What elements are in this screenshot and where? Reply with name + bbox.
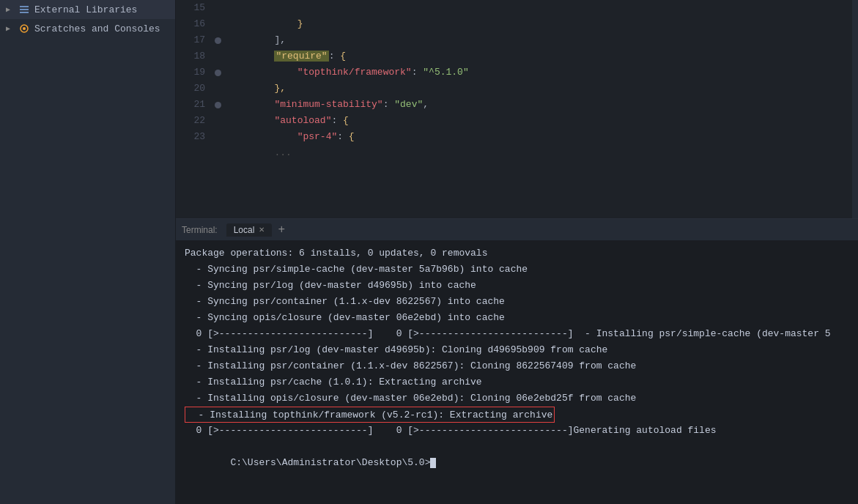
sidebar-item-external-libraries[interactable]: ▶ External Libraries [0,0,175,19]
terminal-area: Terminal: Local ✕ + Package operations: … [176,218,858,504]
line-num-20: 20 [176,81,205,97]
add-terminal-button[interactable]: + [275,223,288,237]
terminal-line-12: 0 [>--------------------------] 0 [>----… [185,423,849,439]
terminal-line-4: - Syncing psr/container (1.1.x-dev 86225… [185,294,849,310]
line-numbers: 15 16 17 18 19 20 21 22 23 [176,0,211,218]
terminal-line-10: - Installing opis/closure (dev-master 06… [185,390,849,407]
terminal-highlighted-line-wrap: - Installing topthink/framework (v5.2-rc… [185,407,849,423]
terminal-line-9: - Installing psr/cache (1.0.1): Extracti… [185,374,849,390]
terminal-output[interactable]: Package operations: 6 installs, 0 update… [176,241,858,504]
terminal-highlighted-line: - Installing topthink/framework (v5.2-rc… [185,407,555,423]
code-line-17: "require": { [229,32,852,48]
terminal-line-7: - Installing psr/log (dev-master d49695b… [185,342,849,358]
terminal-line-2: - Syncing psr/simple-cache (dev-master 5… [185,262,849,278]
svg-rect-1 [20,9,29,10]
svg-rect-0 [20,6,29,7]
sidebar-item-scratches-and-consoles[interactable]: ▶ Scratches and Consoles [0,19,175,38]
terminal-line-6: 0 [>--------------------------] 0 [>----… [185,326,849,342]
sidebar: ▶ External Libraries ▶ Scratches and Con… [0,0,176,504]
terminal-line-8: - Installing psr/container (1.1.x-dev 86… [185,358,849,374]
arrow-icon: ▶ [6,24,16,33]
terminal-line-3: - Syncing psr/log (dev-master d49695b) i… [185,278,849,294]
arrow-icon: ▶ [6,5,16,14]
line-num-22: 22 [176,113,205,129]
bars-icon [18,3,31,16]
code-line-16: ], [229,16,852,32]
terminal-cursor [430,458,436,468]
sidebar-item-label: External Libraries [34,4,137,15]
terminal-line-5: - Syncing opis/closure (dev-master 06e2e… [185,310,849,326]
line-num-15: 15 [176,0,205,16]
line-num-21: 21 [176,97,205,113]
terminal-label: Terminal: [182,225,218,235]
terminal-line-1: Package operations: 6 installs, 0 update… [185,245,849,262]
code-line-20: "minimum-stability": "dev", [229,81,852,97]
close-tab-icon[interactable]: ✕ [259,226,265,234]
line-num-23: 23 [176,129,205,145]
terminal-tabs-bar: Terminal: Local ✕ + [176,219,858,241]
line-num-19: 19 [176,64,205,81]
terminal-tab-local[interactable]: Local ✕ [226,223,273,237]
gutter [211,0,226,218]
vertical-scrollbar[interactable] [852,0,858,218]
line-num-16: 16 [176,16,205,32]
target-icon [18,22,31,35]
terminal-prompt-text: C:\Users\Administrator\Desktop\5.0> [230,457,430,468]
sidebar-item-label: Scratches and Consoles [34,23,160,34]
code-line-15: } [229,0,852,16]
svg-rect-2 [20,12,29,13]
svg-point-4 [23,27,26,30]
code-editor: 15 16 17 18 19 20 21 22 23 [176,0,858,218]
main-area: 15 16 17 18 19 20 21 22 23 [176,0,858,504]
terminal-prompt-line: C:\Users\Administrator\Desktop\5.0> [185,439,849,455]
code-content[interactable]: } ], "require": { "topthink/framework": … [226,0,852,218]
terminal-tab-label: Local [234,225,255,235]
line-num-18: 18 [176,48,205,64]
line-num-17: 17 [176,32,205,48]
